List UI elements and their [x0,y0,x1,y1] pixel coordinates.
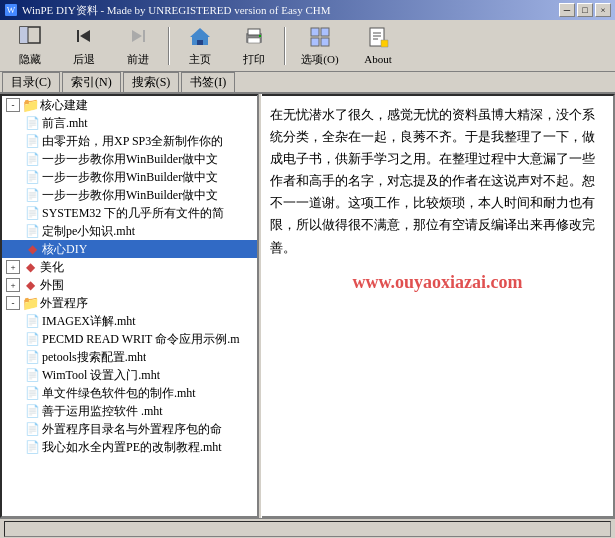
options-label: 选项(O) [301,52,338,67]
hide-label: 隐藏 [19,52,41,67]
options-icon [308,25,332,50]
tree-toggle-outer[interactable]: + [6,278,20,292]
tree-item-e1[interactable]: 📄 IMAGEX详解.mht [2,312,257,330]
svg-marker-23 [381,40,388,47]
doc-icon-e2: 📄 [24,332,40,346]
doc-icon-e4: 📄 [24,368,40,382]
tree-toggle-external[interactable]: - [6,296,20,310]
folder-icon-beauty: ◆ [22,260,38,274]
doc-icon-e5: 📄 [24,386,40,400]
doc-icon-f3: 📄 [24,152,40,166]
svg-rect-10 [197,40,203,45]
doc-icon-f7: 📄 [24,224,40,238]
tree-label-e5: 单文件绿色软件包的制作.mht [42,385,196,402]
tree-item-e2[interactable]: 📄 PECMD READ WRIT 命令应用示例.m [2,330,257,348]
tree-label-outer: 外围 [40,277,64,294]
svg-rect-13 [248,38,260,43]
tree-item-f3[interactable]: 📄 一步一步教你用WinBuilder做中文 [2,150,257,168]
tree-toggle-beauty[interactable]: + [6,260,20,274]
print-label: 打印 [243,52,265,67]
svg-rect-17 [311,38,319,46]
tree-item-outer[interactable]: + ◆ 外围 [2,276,257,294]
doc-icon-f4: 📄 [24,170,40,184]
back-label: 后退 [73,52,95,67]
svg-rect-16 [321,28,329,36]
tree-panel[interactable]: - 📁 核心建建 📄 前言.mht 📄 由零开始，用XP SP3全新制作你的 📄… [0,94,258,518]
about-icon [366,26,390,51]
tree-toggle-root[interactable]: - [6,98,20,112]
tree-item-e4[interactable]: 📄 WimTool 设置入门.mht [2,366,257,384]
window-title: WinPE DIY资料 - Made by UNREGISTERED versi… [22,3,330,18]
watermark: www.ouyaoxiazai.com [270,267,605,298]
tree-item-e5[interactable]: 📄 单文件绿色软件包的制作.mht [2,384,257,402]
svg-rect-12 [248,29,260,35]
forward-icon [126,25,150,50]
tree-item-diy[interactable]: ◆ 核心DIY [2,240,257,258]
about-label: About [364,53,392,65]
hide-button[interactable]: 隐藏 [4,23,56,69]
nav-tabs: 目录(C) 索引(N) 搜索(S) 书签(I) [0,72,615,94]
toolbar-sep-1 [168,27,170,65]
doc-icon-e7: 📄 [24,422,40,436]
forward-button[interactable]: 前进 [112,23,164,69]
tree-item-e6[interactable]: 📄 善于运用监控软件 .mht [2,402,257,420]
doc-icon-f1: 📄 [24,116,40,130]
tree-label-e8: 我心如水全内置PE的改制教程.mht [42,439,222,456]
tree-item-beauty[interactable]: + ◆ 美化 [2,258,257,276]
content-text: 在无忧潜水了很久，感觉无忧的资料虽博大精深，没个系统分类，全杂在一起，良莠不齐。… [270,104,605,259]
home-label: 主页 [189,52,211,67]
tree-item-root[interactable]: - 📁 核心建建 [2,96,257,114]
minimize-button[interactable]: ─ [559,3,575,17]
tree-item-f1[interactable]: 📄 前言.mht [2,114,257,132]
tree-label-root: 核心建建 [40,97,88,114]
tree-item-f2[interactable]: 📄 由零开始，用XP SP3全新制作你的 [2,132,257,150]
back-icon [72,25,96,50]
close-button[interactable]: × [595,3,611,17]
options-button[interactable]: 选项(O) [290,23,350,69]
about-button[interactable]: About [352,23,404,69]
back-button[interactable]: 后退 [58,23,110,69]
content-panel: 在无忧潜水了很久，感觉无忧的资料虽博大精深，没个系统分类，全杂在一起，良莠不齐。… [262,94,615,518]
home-button[interactable]: 主页 [174,23,226,69]
tree-item-f4[interactable]: 📄 一步一步教你用WinBuilder做中文 [2,168,257,186]
tree-item-external[interactable]: - 📁 外置程序 [2,294,257,312]
print-button[interactable]: 打印 [228,23,280,69]
doc-icon-f5: 📄 [24,188,40,202]
folder-icon-root: 📁 [22,98,38,112]
svg-marker-5 [80,30,90,42]
status-bar [0,518,615,538]
main-area: - 📁 核心建建 📄 前言.mht 📄 由零开始，用XP SP3全新制作你的 📄… [0,94,615,518]
title-buttons: ─ □ × [559,3,611,17]
svg-rect-15 [311,28,319,36]
folder-icon-external: 📁 [22,296,38,310]
tree-item-f5[interactable]: 📄 一步一步教你用WinBuilder做中文 [2,186,257,204]
tree-item-e7[interactable]: 📄 外置程序目录名与外置程序包的命 [2,420,257,438]
tab-index[interactable]: 索引(N) [62,72,121,92]
tree-item-e8[interactable]: 📄 我心如水全内置PE的改制教程.mht [2,438,257,456]
tree-label-f7: 定制pe小知识.mht [42,223,135,240]
tab-contents[interactable]: 目录(C) [2,72,60,92]
tree-item-f7[interactable]: 📄 定制pe小知识.mht [2,222,257,240]
restore-button[interactable]: □ [577,3,593,17]
tree-label-f4: 一步一步教你用WinBuilder做中文 [42,169,218,186]
forward-label: 前进 [127,52,149,67]
tree-label-beauty: 美化 [40,259,64,276]
toolbar-sep-2 [284,27,286,65]
toolbar: 隐藏 后退 前进 主页 [0,20,615,72]
title-bar: W WinPE DIY资料 - Made by UNREGISTERED ver… [0,0,615,20]
tree-item-f6[interactable]: 📄 SYSTEM32 下的几乎所有文件的简 [2,204,257,222]
tab-bookmarks[interactable]: 书签(I) [181,72,235,92]
doc-icon-f6: 📄 [24,206,40,220]
hide-icon [18,25,42,50]
tree-label-diy: 核心DIY [42,241,87,258]
doc-icon-e3: 📄 [24,350,40,364]
svg-rect-18 [321,38,329,46]
status-panel [4,521,611,537]
tree-label-e2: PECMD READ WRIT 命令应用示例.m [42,331,240,348]
tree-label-e3: petools搜索配置.mht [42,349,146,366]
tree-label-f6: SYSTEM32 下的几乎所有文件的简 [42,205,224,222]
tree-item-e3[interactable]: 📄 petools搜索配置.mht [2,348,257,366]
app-icon: W [4,3,18,17]
tab-search[interactable]: 搜索(S) [123,72,180,92]
tree-label-f5: 一步一步教你用WinBuilder做中文 [42,187,218,204]
